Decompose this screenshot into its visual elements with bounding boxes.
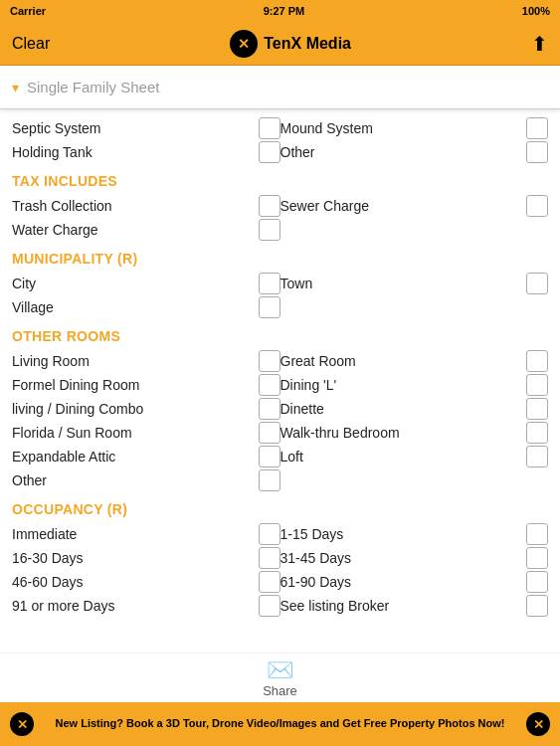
col-left-occupancy-2: 46-60 Days <box>12 571 280 593</box>
checkbox-right-other-rooms-3[interactable] <box>526 422 548 444</box>
col-left-occupancy-3: 91 or more Days <box>12 595 280 617</box>
row-occupancy-0: Immediate1-15 Days <box>12 523 548 545</box>
share-area: ✉️ Share <box>0 653 560 702</box>
label-right-occupancy-3: See listing Broker <box>280 598 523 614</box>
checkbox-right-other-rooms-2[interactable] <box>526 398 548 420</box>
col-right-occupancy-0: 1-15 Days <box>280 523 549 545</box>
checkbox-right-other-rooms-4[interactable] <box>526 446 548 467</box>
label-right-other-rooms-3: Walk-thru Bedroom <box>280 425 523 441</box>
label-left-occupancy-2: 46-60 Days <box>12 574 255 590</box>
checkbox-left-other-rooms-5[interactable] <box>259 469 280 491</box>
row-septic-0: Septic SystemMound System <box>12 117 548 139</box>
label-left-tax-1: Water Charge <box>12 222 255 238</box>
row-tax-0: Trash CollectionSewer Charge <box>12 195 548 217</box>
time-label: 9:27 PM <box>264 5 305 17</box>
col-left-other-rooms-2: living / Dining Combo <box>12 398 280 420</box>
checkbox-left-occupancy-0[interactable] <box>259 523 280 545</box>
label-left-septic-1: Holding Tank <box>12 144 255 160</box>
col-left-occupancy-1: 16-30 Days <box>12 547 280 569</box>
share-label: Share <box>263 683 297 698</box>
checkbox-left-septic-1[interactable] <box>259 141 280 163</box>
banner-close-right-icon[interactable]: ✕ <box>526 712 550 736</box>
col-right-occupancy-3: See listing Broker <box>280 595 549 617</box>
app-logo: ✕ <box>230 30 258 58</box>
checkbox-right-other-rooms-1[interactable] <box>526 374 548 396</box>
banner-close-left-icon[interactable]: ✕ <box>10 712 34 736</box>
clear-button[interactable]: Clear <box>12 35 50 53</box>
col-left-occupancy-0: Immediate <box>12 523 280 545</box>
checkbox-left-municipality-0[interactable] <box>259 273 280 294</box>
checkbox-left-other-rooms-3[interactable] <box>259 422 280 444</box>
col-left-municipality-0: City <box>12 273 280 294</box>
row-municipality-0: CityTown <box>12 273 548 294</box>
col-right-septic-0: Mound System <box>280 117 549 139</box>
col-left-septic-1: Holding Tank <box>12 141 280 163</box>
label-left-other-rooms-1: Formel Dining Room <box>12 377 255 393</box>
col-left-other-rooms-0: Living Room <box>12 350 280 372</box>
row-other-rooms-5: Other <box>12 469 548 491</box>
col-right-tax-0: Sewer Charge <box>280 195 549 217</box>
checkbox-left-tax-1[interactable] <box>259 219 280 241</box>
col-left-tax-0: Trash Collection <box>12 195 280 217</box>
label-right-other-rooms-0: Great Room <box>280 353 523 369</box>
col-right-other-rooms-4: Loft <box>280 446 549 467</box>
label-right-septic-0: Mound System <box>280 120 523 136</box>
carrier-label: Carrier <box>10 5 46 17</box>
checkbox-left-occupancy-3[interactable] <box>259 595 280 617</box>
checkbox-left-other-rooms-0[interactable] <box>259 350 280 372</box>
checkbox-left-municipality-1[interactable] <box>259 296 280 318</box>
label-left-occupancy-1: 16-30 Days <box>12 550 255 566</box>
checkbox-left-tax-0[interactable] <box>259 195 280 217</box>
bottom-banner: ✕ New Listing? Book a 3D Tour, Drone Vid… <box>0 702 560 746</box>
row-other-rooms-4: Expandable AtticLoft <box>12 446 548 467</box>
dropdown-bar[interactable]: ▾ Single Family Sheet <box>0 66 560 109</box>
label-right-other-rooms-1: Dining 'L' <box>280 377 523 393</box>
row-other-rooms-1: Formel Dining RoomDining 'L' <box>12 374 548 396</box>
battery-label: 100% <box>522 5 550 17</box>
checkbox-right-municipality-0[interactable] <box>526 273 548 294</box>
label-left-other-rooms-2: living / Dining Combo <box>12 401 255 417</box>
checkbox-left-other-rooms-2[interactable] <box>259 398 280 420</box>
checkbox-left-other-rooms-1[interactable] <box>259 374 280 396</box>
col-left-other-rooms-1: Formel Dining Room <box>12 374 280 396</box>
checkbox-right-other-rooms-0[interactable] <box>526 350 548 372</box>
col-left-municipality-1: Village <box>12 296 280 318</box>
section-header-municipality: MUNICIPALITY (R) <box>12 251 548 267</box>
checkbox-right-septic-0[interactable] <box>526 117 548 139</box>
col-right-other-rooms-1: Dining 'L' <box>280 374 549 396</box>
checkbox-right-occupancy-2[interactable] <box>526 571 548 593</box>
checkbox-right-tax-0[interactable] <box>526 195 548 217</box>
checkbox-right-occupancy-3[interactable] <box>526 595 548 617</box>
row-occupancy-2: 46-60 Days61-90 Days <box>12 571 548 593</box>
checkbox-left-occupancy-1[interactable] <box>259 547 280 569</box>
checkbox-left-occupancy-2[interactable] <box>259 571 280 593</box>
row-tax-1: Water Charge <box>12 219 548 241</box>
share-envelope-icon: ✉️ <box>267 657 293 683</box>
label-left-occupancy-3: 91 or more Days <box>12 598 255 614</box>
label-right-occupancy-1: 31-45 Days <box>280 550 523 566</box>
row-occupancy-1: 16-30 Days31-45 Days <box>12 547 548 569</box>
checkbox-right-occupancy-0[interactable] <box>526 523 548 545</box>
banner-text: New Listing? Book a 3D Tour, Drone Video… <box>34 716 526 731</box>
checkbox-left-other-rooms-4[interactable] <box>259 446 280 467</box>
col-left-other-rooms-5: Other <box>12 469 280 491</box>
checkbox-right-occupancy-1[interactable] <box>526 547 548 569</box>
label-left-tax-0: Trash Collection <box>12 198 255 214</box>
col-right-other-rooms-0: Great Room <box>280 350 549 372</box>
col-left-other-rooms-4: Expandable Attic <box>12 446 280 467</box>
col-left-other-rooms-3: Florida / Sun Room <box>12 422 280 444</box>
label-left-septic-0: Septic System <box>12 120 255 136</box>
share-icon[interactable]: ⬆ <box>531 32 548 56</box>
label-right-other-rooms-4: Loft <box>280 449 523 465</box>
share-button[interactable]: ✉️ Share <box>263 657 297 698</box>
row-other-rooms-3: Florida / Sun RoomWalk-thru Bedroom <box>12 422 548 444</box>
col-right-other-rooms-2: Dinette <box>280 398 549 420</box>
col-right-municipality-0: Town <box>280 273 549 294</box>
section-header-other-rooms: OTHER ROOMS <box>12 328 548 344</box>
checkbox-left-septic-0[interactable] <box>259 117 280 139</box>
row-municipality-1: Village <box>12 296 548 318</box>
checkbox-right-septic-1[interactable] <box>526 141 548 163</box>
label-right-occupancy-0: 1-15 Days <box>280 526 523 542</box>
col-right-occupancy-2: 61-90 Days <box>280 571 549 593</box>
status-bar: Carrier 9:27 PM 100% <box>0 0 560 22</box>
